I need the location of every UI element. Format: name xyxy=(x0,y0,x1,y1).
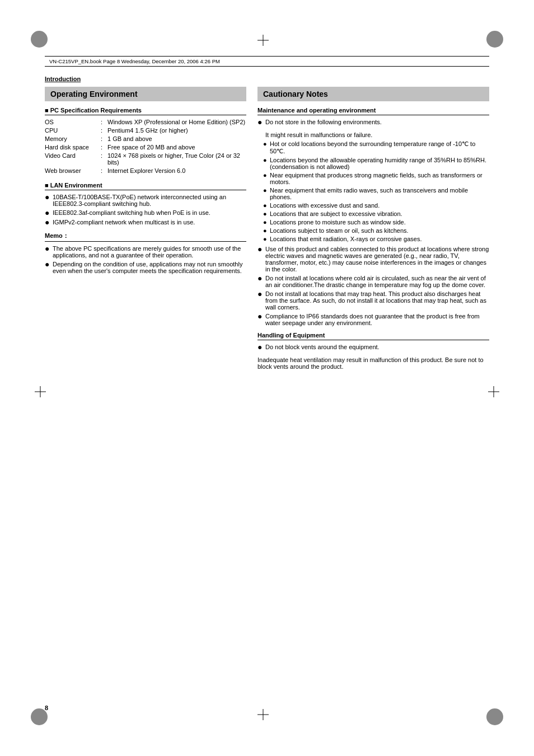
spec-value: Free space of 20 MB and above xyxy=(107,144,246,151)
spec-colon: : xyxy=(101,167,107,174)
bullet-dot: ● xyxy=(257,245,265,253)
memo-box: Memo： ●The above PC specifications are m… xyxy=(45,232,246,274)
section-label: Introduction xyxy=(45,76,489,82)
sub-item-text: Locations prone to moisture such as wind… xyxy=(270,219,489,226)
memo-item-text: Depending on the condition of use, appli… xyxy=(53,261,246,274)
spec-colon: : xyxy=(101,135,107,142)
handling-item: ● Do not block vents around the equipmen… xyxy=(257,344,489,351)
lan-header: ■ LAN Environment xyxy=(45,182,246,190)
spec-label: Video Card xyxy=(45,152,101,166)
cautionary-notes-title: Cautionary Notes xyxy=(257,87,489,101)
maintenance-intro-list: ● Do not store in the following environm… xyxy=(257,119,489,126)
main-bullet-text: Do not install at locations that may tra… xyxy=(265,290,489,311)
main-bullet-text: Do not install at locations where cold a… xyxy=(265,275,489,288)
handling-header: Handling of Equipment xyxy=(257,332,489,340)
sub-item: ●Locations with excessive dust and sand. xyxy=(263,202,489,209)
might-result: It might result in malfunctions or failu… xyxy=(265,132,489,138)
sub-bullet-dot: ● xyxy=(263,187,270,194)
spec-row: Memory : 1 GB and above xyxy=(45,135,246,142)
crosshair-top xyxy=(257,35,269,47)
spec-row: Hard disk space : Free space of 20 MB an… xyxy=(45,144,246,151)
memo-item-text: The above PC specifications are merely g… xyxy=(53,245,246,259)
corner-circle-tr xyxy=(486,31,503,48)
bullet-dot: ● xyxy=(257,312,265,320)
sub-bullet-dot: ● xyxy=(263,227,270,234)
maintenance-intro-item: ● Do not store in the following environm… xyxy=(257,119,489,126)
memo-title: Memo： xyxy=(45,232,246,242)
spec-row: Video Card : 1024 × 768 pixels or higher… xyxy=(45,152,246,166)
bullet-dot: ● xyxy=(45,218,53,226)
bullet-dot: ● xyxy=(45,209,53,217)
bullet-dot: ● xyxy=(45,245,53,252)
handling-bullet-text: Do not block vents around the equipment. xyxy=(265,344,489,350)
main-bullets-list: ●Use of this product and cables connecte… xyxy=(257,246,489,326)
sub-item-text: Locations with excessive dust and sand. xyxy=(270,202,489,209)
sub-item-text: Locations beyond the allowable operating… xyxy=(270,157,489,170)
bullet-dot: ● xyxy=(257,274,265,282)
sub-bullet-dot: ● xyxy=(263,157,270,163)
page-number: 8 xyxy=(45,705,48,711)
sub-item: ●Locations that are subject to excessive… xyxy=(263,210,489,217)
spec-colon: : xyxy=(101,127,107,134)
memo-list: ●The above PC specifications are merely … xyxy=(45,245,246,274)
spec-label: Hard disk space xyxy=(45,144,101,151)
sub-bullet-dot: ● xyxy=(263,210,270,217)
sub-bullet-dot: ● xyxy=(263,140,270,147)
sub-item: ●Near equipment that emits radio waves, … xyxy=(263,187,489,200)
corner-circle-tl xyxy=(31,31,48,48)
sub-item-text: Hot or cold locations beyond the surroun… xyxy=(270,140,489,155)
spec-label: Web browser xyxy=(45,167,101,174)
memo-list-item: ●Depending on the condition of use, appl… xyxy=(45,261,246,274)
pc-spec-header: ■ PC Specification Requirements xyxy=(45,107,246,115)
sub-item-text: Locations that emit radiation, X-rays or… xyxy=(270,236,489,242)
sub-bullet-dot: ● xyxy=(263,172,270,179)
crosshair-left xyxy=(35,386,46,398)
sub-item: ●Locations prone to moisture such as win… xyxy=(263,219,489,226)
sub-item: ●Near equipment that produces strong mag… xyxy=(263,172,489,185)
bullet-dot-handling: ● xyxy=(257,343,265,351)
lan-item-text: IGMPv2-compliant network when multicast … xyxy=(53,219,246,226)
bullet-dot: ● xyxy=(45,193,53,201)
sub-item: ●Locations beyond the allowable operatin… xyxy=(263,157,489,170)
header-bar: VN-C215VP_EN.book Page 8 Wednesday, Dece… xyxy=(45,56,489,67)
sub-item-text: Near equipment that produces strong magn… xyxy=(270,172,489,185)
bullet-dot: ● xyxy=(45,260,53,268)
sub-item: ●Hot or cold locations beyond the surrou… xyxy=(263,140,489,155)
spec-table: OS : Windows XP (Professional or Home Ed… xyxy=(45,119,246,174)
handling-list: ● Do not block vents around the equipmen… xyxy=(257,344,489,351)
crosshair-bottom xyxy=(257,709,269,721)
bullet-dot: ● xyxy=(257,118,265,126)
main-bullet-text: Compliance to IP66 standards does not gu… xyxy=(265,313,489,326)
sub-item-text: Locations that are subject to excessive … xyxy=(270,210,489,217)
lan-list-item: ●IGMPv2-compliant network when multicast… xyxy=(45,219,246,226)
sub-item-text: Near equipment that emits radio waves, s… xyxy=(270,187,489,200)
two-column-layout: Operating Environment ■ PC Specification… xyxy=(45,87,489,373)
lan-list: ●10BASE-T/100BASE-TX(PoE) network interc… xyxy=(45,194,246,226)
sub-item-text: Locations subject to steam or oil, such … xyxy=(270,227,489,234)
file-info: VN-C215VP_EN.book Page 8 Wednesday, Dece… xyxy=(49,58,220,64)
spec-value: Internet Explorer Version 6.0 xyxy=(107,167,246,174)
handling-text: Inadequate heat ventilation may result i… xyxy=(257,356,489,370)
spec-colon: : xyxy=(101,119,107,125)
sub-bullet-dot: ● xyxy=(263,202,270,209)
bullet-dot: ● xyxy=(257,290,265,298)
lan-list-item: ●10BASE-T/100BASE-TX(PoE) network interc… xyxy=(45,194,246,207)
right-column: Cautionary Notes Maintenance and operati… xyxy=(257,87,489,373)
sub-items-list: ●Hot or cold locations beyond the surrou… xyxy=(263,140,489,242)
spec-colon: : xyxy=(101,152,107,166)
spec-row: CPU : Pentium4 1.5 GHz (or higher) xyxy=(45,127,246,134)
spec-value: 1024 × 768 pixels or higher, True Color … xyxy=(107,152,246,166)
spec-label: CPU xyxy=(45,127,101,134)
lan-item-text: IEEE802.3af-compliant switching hub when… xyxy=(53,209,246,216)
spec-row: Web browser : Internet Explorer Version … xyxy=(45,167,246,174)
lan-list-item: ●IEEE802.3af-compliant switching hub whe… xyxy=(45,209,246,217)
spec-value: Pentium4 1.5 GHz (or higher) xyxy=(107,127,246,134)
maintenance-header: Maintenance and operating environment xyxy=(257,107,489,115)
main-bullet-item: ●Use of this product and cables connecte… xyxy=(257,246,489,273)
sub-bullet-dot: ● xyxy=(263,219,270,226)
spec-label: Memory xyxy=(45,135,101,142)
spec-value: Windows XP (Professional or Home Edition… xyxy=(107,119,246,125)
main-bullet-text: Use of this product and cables connected… xyxy=(265,246,489,273)
main-bullet-item: ●Do not install at locations that may tr… xyxy=(257,290,489,311)
operating-environment-title: Operating Environment xyxy=(45,87,246,101)
